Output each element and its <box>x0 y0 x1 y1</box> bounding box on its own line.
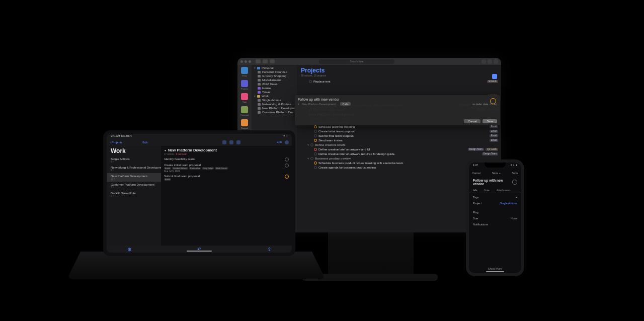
task-row[interactable]: Submit final team proposalEmail <box>300 133 498 138</box>
sidebar-item[interactable]: Single Actions6 > <box>107 156 161 165</box>
tag[interactable]: Rona Atlas <box>189 167 201 170</box>
search-input[interactable]: Search here <box>319 59 394 64</box>
folder-item[interactable]: Networking & Profess… <box>252 102 297 106</box>
traffic-zoom[interactable] <box>249 60 251 63</box>
sub-group[interactable]: ▼Define creative briefs <box>300 142 498 147</box>
more-icon[interactable] <box>285 140 289 144</box>
tag[interactable]: Email <box>164 167 171 170</box>
chevron-down-icon: ▼ <box>254 95 256 98</box>
sidebar-item[interactable]: Networking & Professional Development9 > <box>107 165 161 173</box>
folder-item[interactable]: Single Actions <box>252 98 297 102</box>
status-circle[interactable] <box>314 148 317 151</box>
folder-item[interactable]: New Platform Developm… <box>252 106 297 110</box>
status-circle[interactable] <box>285 164 289 168</box>
detail-edit-button[interactable]: Edit <box>277 140 282 144</box>
task-row[interactable]: Send team invitesEmail <box>300 138 498 142</box>
tag[interactable]: Gray Ralph <box>202 167 214 170</box>
row-notifications[interactable]: Notifications <box>469 221 521 227</box>
ribbon-forecast[interactable]: Forecast <box>240 106 249 116</box>
tag-icon[interactable] <box>229 140 233 144</box>
view-icon[interactable] <box>488 59 492 64</box>
sidebar-item-selected[interactable]: New Platform Development19 > <box>107 173 161 182</box>
project-icon <box>258 99 261 102</box>
folder-item[interactable]: Customer Platform Dev… <box>252 110 297 114</box>
row-flag[interactable]: Flag <box>469 209 521 215</box>
quick-entry-tag[interactable]: Calls <box>340 102 350 106</box>
chevron-icon: ▸ <box>516 196 517 199</box>
edit-button[interactable]: Edit <box>142 141 147 144</box>
status-circle[interactable] <box>314 125 317 128</box>
status-circle[interactable] <box>314 134 317 137</box>
task-row[interactable]: Submit final team proposal Email <box>164 175 289 181</box>
status-circle[interactable] <box>310 143 313 146</box>
folder-item[interactable]: Grocery Shopping <box>252 74 297 78</box>
folder-item[interactable]: Miscellaneous <box>252 78 297 82</box>
ribbon-tags[interactable]: Tags <box>241 93 248 103</box>
cancel-button[interactable]: Cancel <box>472 172 480 175</box>
task-row[interactable]: Replace tentErrands <box>300 79 498 84</box>
status-circle[interactable] <box>314 152 317 155</box>
status-circle[interactable] <box>490 98 496 104</box>
view-control[interactable] <box>492 74 497 79</box>
row-project[interactable]: ProjectSingle Actions <box>469 200 521 206</box>
home-indicator[interactable] <box>486 271 504 272</box>
traffic-close[interactable] <box>240 60 243 63</box>
tag[interactable]: Email <box>164 178 171 181</box>
cleanup-button[interactable] <box>270 59 275 63</box>
ribbon-projects[interactable]: Projects <box>241 80 248 90</box>
folder-item[interactable]: Travel <box>252 90 297 94</box>
ribbon-flagged[interactable]: Flagged <box>241 119 248 129</box>
status-circle[interactable] <box>285 175 289 179</box>
row-due[interactable]: DueNone <box>469 215 521 221</box>
sidebar-item[interactable]: Backfill Sales Role9 > <box>107 190 161 199</box>
status-circle[interactable] <box>285 157 289 162</box>
status-circle[interactable] <box>310 157 313 160</box>
quick-entry-dialog[interactable]: Follow up with new vendor ‣ New Platform… <box>295 95 500 125</box>
quick-entry-title[interactable]: Follow up with new vendor <box>298 98 497 101</box>
tab-note[interactable]: Note <box>484 189 490 192</box>
tag[interactable]: Mark Larros <box>215 167 227 170</box>
sidebar-toggle[interactable] <box>256 59 261 63</box>
quick-entry-breadcrumb[interactable]: New Platform Development <box>302 103 336 106</box>
add-action-button[interactable]: ⊕ <box>127 247 132 252</box>
folder-personal[interactable]: ▼Personal <box>252 66 297 70</box>
task-row[interactable]: Create initial team proposal Email Lambe… <box>164 164 289 173</box>
folder-item[interactable]: 2022 Taxes <box>252 82 297 86</box>
folder-item[interactable]: House <box>252 86 297 90</box>
folder-work[interactable]: ▼Work <box>252 94 297 98</box>
status-circle[interactable] <box>314 162 317 165</box>
ribbon-inbox[interactable]: Inbox <box>241 67 248 77</box>
project-icon <box>258 79 261 82</box>
ipad-toolbar: ‹ Projects Edit Edit <box>107 139 292 146</box>
calendar-icon[interactable] <box>236 140 240 144</box>
tab-info[interactable]: Info <box>473 189 477 192</box>
person-icon[interactable] <box>222 140 226 144</box>
traffic-minimize[interactable] <box>245 60 247 63</box>
inspector-icon[interactable] <box>494 59 498 64</box>
status-circle[interactable] <box>314 166 317 169</box>
status-circle[interactable] <box>314 139 317 142</box>
tab-attachments[interactable]: Attachments <box>497 189 511 192</box>
task-row[interactable]: Create initial team proposalEmail <box>300 129 498 133</box>
add-button[interactable] <box>263 59 268 63</box>
task-row[interactable]: Define creative brief on artwork and UID… <box>300 147 498 151</box>
status-circle[interactable] <box>512 180 517 185</box>
home-indicator[interactable] <box>187 251 212 252</box>
folder-item[interactable]: Personal Finances <box>252 70 297 74</box>
task-row[interactable]: Identify feasibility team <box>164 157 289 162</box>
back-button[interactable]: ‹ Projects <box>110 141 122 144</box>
tag[interactable]: Lambert Wilson <box>172 167 188 170</box>
task-row[interactable]: Define creative brief on artwork require… <box>300 151 498 156</box>
save-plus-button[interactable]: Save + <box>492 172 501 175</box>
save-button[interactable]: Save <box>482 119 497 123</box>
eye-icon[interactable] <box>481 59 486 64</box>
status-circle[interactable] <box>309 80 312 83</box>
task-title-row[interactable]: Follow up with new vendor <box>469 177 521 188</box>
share-button[interactable]: ⇪ <box>267 247 272 252</box>
cancel-button[interactable]: Cancel <box>464 119 480 123</box>
sidebar-item[interactable]: Customer Platform Development7 > <box>107 182 161 190</box>
save-button[interactable]: Save <box>512 172 518 175</box>
sub-group[interactable]: ▼Business product review <box>300 156 498 160</box>
row-tags[interactable]: Tags▸ <box>469 194 521 200</box>
status-circle[interactable] <box>314 130 317 133</box>
